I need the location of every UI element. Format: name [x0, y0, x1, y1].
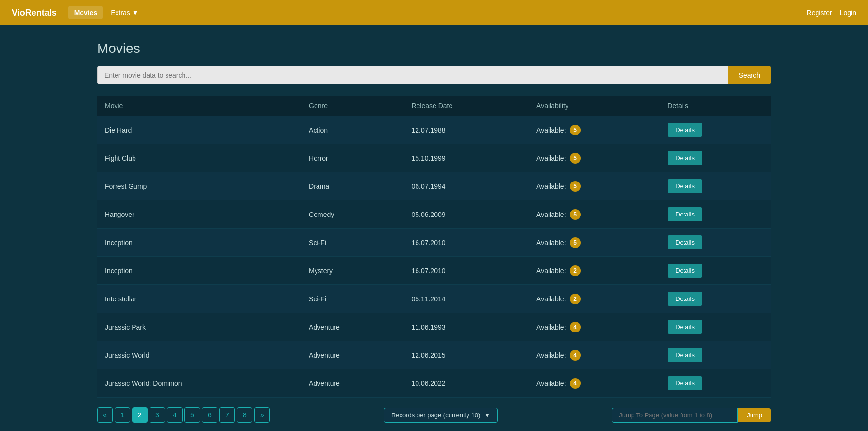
- availability-label: Available:: [536, 126, 566, 134]
- cell-genre: Mystery: [301, 257, 403, 285]
- page-btn-6[interactable]: 6: [202, 407, 217, 423]
- availability-label: Available:: [536, 211, 566, 218]
- jump-input[interactable]: [612, 408, 738, 423]
- cell-movie: Inception: [97, 257, 301, 285]
- cell-movie: Jurassic Park: [97, 313, 301, 341]
- cell-release: 05.11.2014: [403, 285, 529, 313]
- availability-badge: 4: [570, 322, 581, 332]
- dropdown-arrow-icon: ▼: [484, 412, 490, 419]
- nav-right: Register Login: [807, 9, 856, 17]
- search-button[interactable]: Search: [728, 66, 771, 84]
- page-btn-2[interactable]: 2: [132, 407, 148, 423]
- details-button[interactable]: Details: [668, 320, 702, 334]
- next-page-btn[interactable]: »: [254, 407, 270, 423]
- cell-release: 10.06.2022: [403, 369, 529, 398]
- records-per-page: Records per page (currently 10) ▼: [384, 408, 498, 423]
- table-row: Interstellar Sci-Fi 05.11.2014 Available…: [97, 285, 771, 313]
- page-btn-3[interactable]: 3: [150, 407, 165, 423]
- cell-availability: Available: 5: [529, 172, 660, 200]
- cell-availability: Available: 2: [529, 257, 660, 285]
- availability-badge: 5: [570, 125, 581, 135]
- cell-release: 11.06.1993: [403, 313, 529, 341]
- cell-release: 16.07.2010: [403, 257, 529, 285]
- nav-movies[interactable]: Movies: [68, 6, 103, 19]
- cell-details: Details: [660, 369, 771, 398]
- cell-availability: Available: 4: [529, 341, 660, 369]
- details-button[interactable]: Details: [668, 376, 702, 390]
- availability-badge: 2: [570, 265, 581, 276]
- nav-extras[interactable]: Extras ▼: [105, 6, 145, 19]
- jump-button[interactable]: Jump: [738, 408, 771, 422]
- cell-movie: Jurassic World: Dominion: [97, 369, 301, 398]
- table-row: Hangover Comedy 05.06.2009 Available: 5 …: [97, 200, 771, 229]
- pagination: « 1 2 3 4 5 6 7 8 »: [97, 407, 270, 423]
- details-button[interactable]: Details: [668, 235, 702, 249]
- table-row: Inception Sci-Fi 16.07.2010 Available: 5…: [97, 229, 771, 257]
- cell-availability: Available: 4: [529, 369, 660, 398]
- page-btn-4[interactable]: 4: [167, 407, 183, 423]
- cell-availability: Available: 5: [529, 200, 660, 229]
- records-dropdown-btn[interactable]: Records per page (currently 10) ▼: [384, 408, 498, 423]
- details-button[interactable]: Details: [668, 207, 702, 221]
- cell-movie: Inception: [97, 229, 301, 257]
- table-row: Jurassic World: Dominion Adventure 10.06…: [97, 369, 771, 398]
- page-btn-7[interactable]: 7: [219, 407, 235, 423]
- cell-genre: Adventure: [301, 341, 403, 369]
- movies-table: Movie Genre Release Date Availability De…: [97, 96, 771, 398]
- availability-label: Available:: [536, 182, 566, 190]
- page-btn-5[interactable]: 5: [184, 407, 200, 423]
- pagination-row: « 1 2 3 4 5 6 7 8 » Records per page (cu…: [97, 407, 771, 423]
- table-header: Movie Genre Release Date Availability De…: [97, 96, 771, 116]
- availability-badge: 5: [570, 237, 581, 248]
- availability-badge: 5: [570, 153, 581, 164]
- prev-page-btn[interactable]: «: [97, 407, 113, 423]
- page-btn-8[interactable]: 8: [237, 407, 252, 423]
- col-genre: Genre: [301, 96, 403, 116]
- availability-label: Available:: [536, 295, 566, 303]
- col-release: Release Date: [403, 96, 529, 116]
- cell-release: 05.06.2009: [403, 200, 529, 229]
- availability-label: Available:: [536, 267, 566, 275]
- details-button[interactable]: Details: [668, 179, 702, 193]
- cell-details: Details: [660, 144, 771, 172]
- cell-genre: Adventure: [301, 313, 403, 341]
- cell-movie: Interstellar: [97, 285, 301, 313]
- availability-badge: 2: [570, 294, 581, 304]
- cell-availability: Available: 5: [529, 144, 660, 172]
- table-row: Jurassic World Adventure 12.06.2015 Avai…: [97, 341, 771, 369]
- cell-genre: Action: [301, 116, 403, 144]
- brand-logo[interactable]: VioRentals: [12, 8, 57, 18]
- cell-details: Details: [660, 313, 771, 341]
- availability-label: Available:: [536, 323, 566, 331]
- page-btn-1[interactable]: 1: [115, 407, 130, 423]
- table-row: Die Hard Action 12.07.1988 Available: 5 …: [97, 116, 771, 144]
- page-title: Movies: [97, 41, 771, 56]
- cell-movie: Die Hard: [97, 116, 301, 144]
- cell-release: 16.07.2010: [403, 229, 529, 257]
- availability-label: Available:: [536, 380, 566, 387]
- jump-area: Jump: [612, 408, 771, 423]
- col-availability: Availability: [529, 96, 660, 116]
- details-button[interactable]: Details: [668, 123, 702, 137]
- login-link[interactable]: Login: [840, 9, 856, 17]
- table-row: Fight Club Horror 15.10.1999 Available: …: [97, 144, 771, 172]
- col-movie: Movie: [97, 96, 301, 116]
- availability-badge: 4: [570, 378, 581, 389]
- navbar: VioRentals Movies Extras ▼ Register Logi…: [0, 0, 868, 25]
- cell-release: 15.10.1999: [403, 144, 529, 172]
- cell-movie: Hangover: [97, 200, 301, 229]
- cell-details: Details: [660, 257, 771, 285]
- cell-details: Details: [660, 200, 771, 229]
- availability-badge: 5: [570, 209, 581, 220]
- details-button[interactable]: Details: [668, 264, 702, 278]
- cell-genre: Sci-Fi: [301, 229, 403, 257]
- table-row: Inception Mystery 16.07.2010 Available: …: [97, 257, 771, 285]
- search-input[interactable]: [97, 66, 728, 84]
- details-button[interactable]: Details: [668, 292, 702, 306]
- details-button[interactable]: Details: [668, 151, 702, 165]
- cell-movie: Fight Club: [97, 144, 301, 172]
- cell-details: Details: [660, 116, 771, 144]
- cell-movie: Forrest Gump: [97, 172, 301, 200]
- details-button[interactable]: Details: [668, 348, 702, 362]
- register-link[interactable]: Register: [807, 9, 832, 17]
